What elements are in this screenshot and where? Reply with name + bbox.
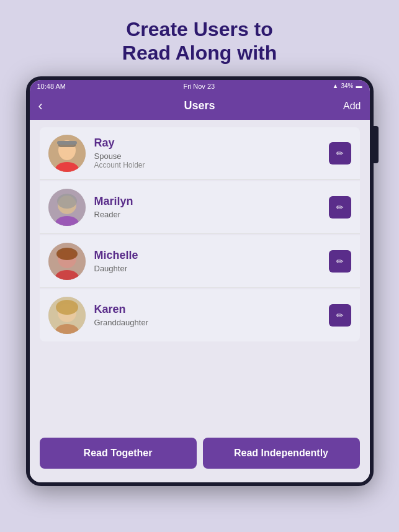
user-info-karen: Karen Granddaughter: [94, 303, 320, 327]
tablet-screen: 10:48 AM Fri Nov 23 ▲ 34% ▬ ‹ Users Add …: [30, 80, 370, 482]
user-role: Daughter: [94, 264, 320, 273]
svg-point-9: [57, 194, 77, 209]
user-role: Reader: [94, 210, 320, 219]
user-name: Marilyn: [94, 195, 320, 208]
nav-bar: ‹ Users Add: [30, 92, 370, 120]
edit-user-button-karen[interactable]: ✏: [329, 304, 351, 327]
user-info-marilyn: Marilyn Reader: [94, 195, 320, 219]
edit-user-button-michelle[interactable]: ✏: [329, 250, 351, 273]
user-avatar-ray: [48, 135, 86, 172]
user-item: Karen Granddaughter ✏: [40, 289, 360, 341]
pencil-icon: ✏: [336, 310, 344, 320]
wifi-icon: ▲: [333, 83, 339, 89]
content-area: Ray Spouse Account Holder ✏ Marilyn Read…: [30, 120, 370, 482]
back-button[interactable]: ‹: [38, 98, 43, 114]
user-item: Michelle Daughter ✏: [40, 235, 360, 288]
edit-user-button-marilyn[interactable]: ✏: [329, 196, 351, 219]
user-info-ray: Ray Spouse Account Holder: [94, 137, 320, 169]
user-avatar-michelle: [48, 243, 86, 280]
user-avatar-karen: [48, 297, 86, 334]
user-list: Ray Spouse Account Holder ✏ Marilyn Read…: [40, 127, 360, 429]
page-title: Create Users to Read Along with: [97, 0, 302, 76]
pencil-icon: ✏: [336, 256, 344, 266]
edit-user-button-ray[interactable]: ✏: [329, 142, 351, 165]
user-avatar-marilyn: [48, 189, 86, 226]
user-name: Karen: [94, 303, 320, 316]
user-name: Michelle: [94, 249, 320, 262]
add-button[interactable]: Add: [343, 101, 361, 112]
pencil-icon: ✏: [336, 148, 344, 158]
user-name: Ray: [94, 137, 320, 150]
user-info-michelle: Michelle Daughter: [94, 249, 320, 273]
read-independently-button[interactable]: Read Independently: [203, 438, 360, 469]
user-item: Marilyn Reader ✏: [40, 181, 360, 234]
status-bar: 10:48 AM Fri Nov 23 ▲ 34% ▬: [30, 80, 370, 92]
bottom-buttons: Read Together Read Independently: [40, 429, 360, 475]
user-item: Ray Spouse Account Holder ✏: [40, 127, 360, 180]
battery-level: 34%: [341, 83, 353, 89]
nav-title: Users: [184, 99, 215, 112]
status-time: 10:48 AM: [37, 83, 66, 90]
pencil-icon: ✏: [336, 202, 344, 212]
user-role: Spouse: [94, 151, 320, 161]
user-sub-role: Account Holder: [94, 161, 320, 169]
status-right: ▲ 34% ▬: [333, 83, 362, 89]
battery-icon: ▬: [356, 83, 362, 89]
read-together-button[interactable]: Read Together: [40, 438, 197, 469]
svg-point-13: [56, 248, 78, 260]
svg-point-17: [56, 300, 78, 315]
svg-rect-5: [57, 141, 77, 145]
status-date: Fri Nov 23: [183, 83, 215, 90]
tablet-frame: 10:48 AM Fri Nov 23 ▲ 34% ▬ ‹ Users Add …: [26, 76, 374, 486]
user-role: Granddaughter: [94, 318, 320, 327]
